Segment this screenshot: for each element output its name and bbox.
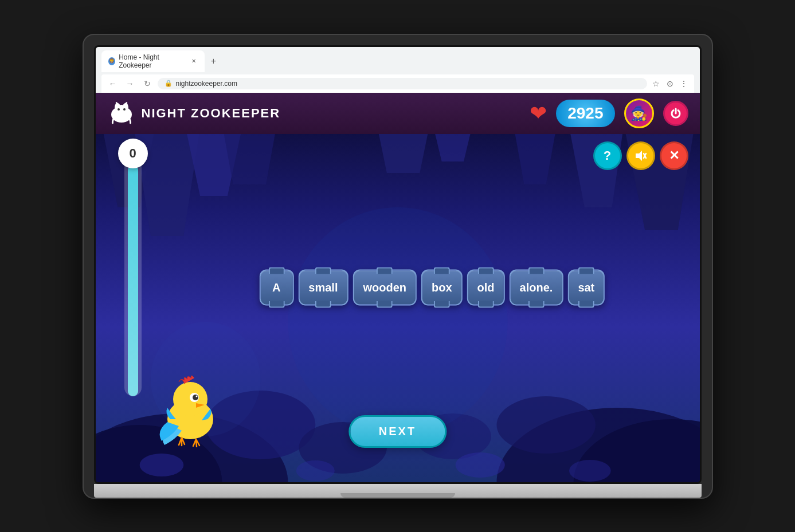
svg-point-21	[288, 207, 507, 436]
browser-toolbar: ← → ↻ 🔒 nightzookeeper.com ☆ ⊙ ⋮	[101, 74, 694, 93]
word-tile-1[interactable]: A	[259, 269, 293, 305]
sound-button[interactable]	[626, 141, 655, 170]
bookmark-icon[interactable]: ☆	[651, 78, 662, 89]
browser-tabs: 🦁 Home - Night Zookeeper ✕ +	[101, 50, 694, 72]
progress-score-badge: 0	[118, 139, 148, 168]
svg-point-16	[496, 396, 595, 454]
back-button[interactable]: ←	[106, 77, 120, 90]
word-tile-7[interactable]: sat	[567, 269, 605, 305]
word-tiles-area: A small wooden box old alone. sat	[259, 269, 605, 305]
power-button[interactable]	[663, 101, 688, 126]
logo-area: NIGHT ZOOKEEPER	[107, 102, 281, 125]
close-button[interactable]: ✕	[660, 141, 688, 170]
new-tab-button[interactable]: +	[207, 54, 221, 68]
mammoth-logo-icon	[107, 102, 136, 125]
tab-close-button[interactable]: ✕	[190, 57, 198, 65]
lock-icon: 🔒	[165, 80, 173, 87]
svg-point-35	[193, 395, 198, 400]
url-text: nightzookeeper.com	[176, 80, 237, 88]
svg-point-20	[569, 460, 610, 482]
avatar[interactable]: 🧙	[624, 98, 654, 128]
heart-icon: ❤	[530, 101, 547, 125]
word-tile-5[interactable]: old	[467, 269, 505, 305]
bird-character	[153, 373, 228, 448]
reload-button[interactable]: ↻	[140, 77, 154, 90]
progress-track	[128, 165, 138, 396]
header-right: ❤ 2925 🧙	[530, 98, 688, 128]
laptop-frame: 🦁 Home - Night Zookeeper ✕ + ← → ↻ 🔒 nig…	[83, 34, 713, 499]
active-tab[interactable]: 🦁 Home - Night Zookeeper ✕	[101, 50, 205, 72]
word-tile-2[interactable]: small	[298, 269, 348, 305]
power-icon	[670, 108, 682, 119]
svg-point-36	[195, 395, 197, 397]
bird-character-svg	[153, 373, 228, 448]
svg-point-17	[139, 454, 183, 476]
word-tile-3[interactable]: wooden	[353, 269, 417, 305]
svg-point-19	[455, 452, 504, 478]
tab-favicon: 🦁	[108, 57, 116, 65]
svg-point-18	[296, 460, 334, 481]
menu-icon[interactable]: ⋮	[678, 78, 690, 89]
profile-icon[interactable]: ⊙	[664, 78, 676, 89]
word-tile-6[interactable]: alone.	[510, 269, 563, 305]
control-buttons: ? ✕	[593, 141, 688, 170]
svg-point-27	[118, 108, 120, 111]
laptop-base	[94, 484, 702, 498]
laptop-screen: 🦁 Home - Night Zookeeper ✕ + ← → ↻ 🔒 nig…	[94, 45, 702, 484]
svg-point-28	[123, 108, 126, 111]
svg-point-12	[573, 419, 699, 482]
mute-icon	[635, 149, 647, 162]
forward-button[interactable]: →	[123, 77, 137, 90]
tab-title: Home - Night Zookeeper	[119, 53, 187, 69]
game-header: NIGHT ZOOKEEPER ❤ 2925 🧙	[96, 93, 700, 134]
score-display: 2925	[556, 100, 614, 127]
browser-chrome: 🦁 Home - Night Zookeeper ✕ + ← → ↻ 🔒 nig…	[96, 47, 700, 93]
word-tile-4[interactable]: box	[421, 269, 463, 305]
progress-bar-container: 0	[124, 144, 142, 396]
address-bar[interactable]: 🔒 nightzookeeper.com	[158, 78, 647, 89]
logo-text: NIGHT ZOOKEEPER	[142, 106, 281, 121]
game-container: NIGHT ZOOKEEPER ❤ 2925 🧙 ?	[96, 93, 700, 482]
svg-marker-29	[636, 151, 642, 161]
svg-point-11	[496, 408, 700, 482]
help-button[interactable]: ?	[593, 141, 622, 170]
toolbar-icons: ☆ ⊙ ⋮	[651, 78, 690, 89]
next-button[interactable]: NEXT	[348, 415, 447, 448]
